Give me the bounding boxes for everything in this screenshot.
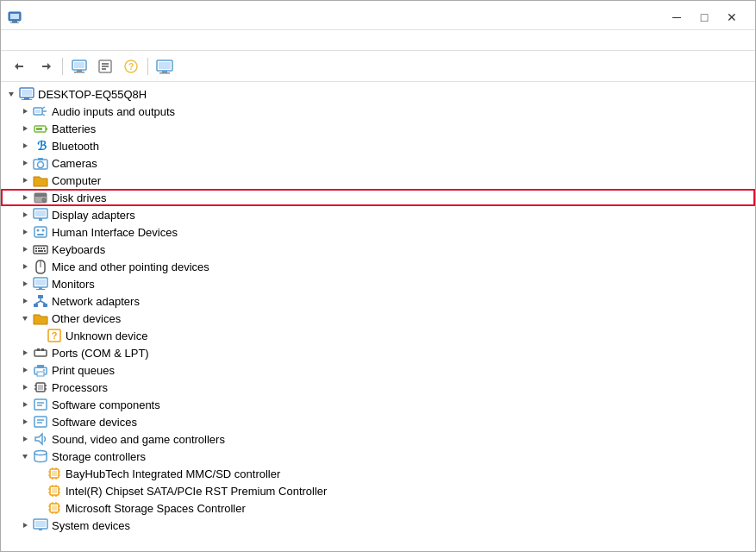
expand-icon-processors[interactable] — [18, 379, 32, 396]
tree-item-bayhub[interactable]: BayHubTech Integrated MMC/SD controller — [1, 465, 755, 482]
tree-item-softwarecomponents[interactable]: Software components — [1, 396, 755, 413]
expand-icon-bayhub[interactable] — [32, 465, 46, 482]
toolbar-computer[interactable] — [153, 55, 177, 78]
tree-item-sound[interactable]: Sound, video and game controllers — [1, 430, 755, 448]
expand-icon-root[interactable] — [4, 85, 18, 103]
close-button[interactable]: ✕ — [719, 8, 745, 27]
toolbar-help[interactable]: ? — [119, 55, 143, 78]
svg-rect-16 — [162, 71, 167, 72]
menu-action[interactable] — [25, 39, 39, 42]
toolbar-back[interactable] — [8, 55, 32, 78]
expand-icon-monitors[interactable] — [18, 275, 32, 292]
svg-marker-23 — [23, 109, 28, 114]
svg-rect-128 — [52, 505, 57, 511]
expand-icon-mice[interactable] — [18, 258, 32, 275]
tree-item-msspaces[interactable]: Microsoft Storage Spaces Controller — [1, 499, 755, 517]
expand-icon-unknowndevice[interactable] — [32, 327, 46, 344]
svg-text:?: ? — [128, 61, 134, 72]
device-tree[interactable]: DESKTOP-EQ55Q8HAudio inputs and outputsB… — [1, 82, 755, 551]
expand-icon-cameras[interactable] — [18, 154, 32, 172]
expand-icon-ports[interactable] — [18, 344, 32, 361]
expand-icon-batteries[interactable] — [18, 120, 32, 137]
expand-icon-softwarecomponents[interactable] — [18, 396, 32, 413]
expand-icon-sound[interactable] — [18, 430, 32, 448]
tree-item-otherdevices[interactable]: Other devices — [1, 310, 755, 327]
svg-rect-59 — [35, 250, 37, 252]
expand-icon-diskdrives[interactable] — [18, 189, 32, 206]
expand-icon-bluetooth[interactable] — [18, 137, 32, 154]
svg-rect-100 — [34, 417, 47, 427]
svg-rect-108 — [52, 471, 57, 476]
svg-rect-72 — [43, 304, 47, 307]
tree-item-batteries[interactable]: Batteries — [1, 120, 755, 137]
menu-file[interactable] — [8, 39, 22, 42]
expand-icon-msspaces[interactable] — [32, 499, 46, 517]
expand-icon-hid[interactable] — [18, 223, 32, 241]
svg-rect-17 — [159, 72, 170, 74]
tree-item-root[interactable]: DESKTOP-EQ55Q8H — [1, 85, 755, 103]
tree-item-cameras[interactable]: Cameras — [1, 154, 755, 172]
item-label-diskdrives: Disk drives — [52, 191, 107, 204]
expand-icon-systemdevices[interactable] — [18, 517, 32, 534]
menu-help[interactable] — [59, 39, 73, 42]
title-bar-left — [8, 10, 27, 24]
svg-rect-21 — [24, 97, 29, 99]
tree-item-diskdrives[interactable]: Disk drives — [1, 189, 755, 206]
tree-item-monitors[interactable]: Monitors — [1, 275, 755, 292]
toolbar-properties[interactable] — [93, 55, 117, 78]
svg-rect-58 — [43, 248, 45, 249]
tree-item-hid[interactable]: Human Interface Devices — [1, 223, 755, 241]
menu-view[interactable] — [42, 39, 56, 42]
expand-icon-computer[interactable] — [18, 172, 32, 189]
tree-item-printqueues[interactable]: Print queues — [1, 361, 755, 379]
item-label-intel: Intel(R) Chipset SATA/PCIe RST Premium C… — [66, 485, 327, 498]
expand-icon-displayadapters[interactable] — [18, 206, 32, 223]
svg-rect-56 — [38, 248, 40, 249]
item-icon-monitors — [32, 275, 49, 292]
tree-item-processors[interactable]: Processors — [1, 379, 755, 396]
expand-icon-printqueues[interactable] — [18, 361, 32, 379]
expand-icon-softwaredevices[interactable] — [18, 413, 32, 430]
item-icon-bayhub — [46, 465, 63, 482]
expand-icon-keyboards[interactable] — [18, 241, 32, 258]
item-icon-audio — [32, 103, 49, 120]
minimize-button[interactable]: ─ — [664, 8, 690, 27]
svg-rect-6 — [77, 70, 82, 72]
tree-item-storagecontrollers[interactable]: Storage controllers — [1, 448, 755, 465]
item-icon-processors — [32, 379, 49, 396]
tree-item-bluetooth[interactable]: ℬBluetooth — [1, 137, 755, 154]
tree-item-network[interactable]: Network adapters — [1, 292, 755, 310]
tree-item-ports[interactable]: Ports (COM & LPT) — [1, 344, 755, 361]
svg-rect-15 — [159, 62, 171, 69]
item-label-softwaredevices: Software devices — [52, 416, 137, 429]
item-label-otherdevices: Other devices — [52, 312, 121, 325]
maximize-button[interactable]: □ — [691, 8, 717, 27]
tree-item-unknowndevice[interactable]: ?Unknown device — [1, 327, 755, 344]
tree-item-intel[interactable]: Intel(R) Chipset SATA/PCIe RST Premium C… — [1, 482, 755, 499]
tree-item-softwaredevices[interactable]: Software devices — [1, 413, 755, 430]
svg-marker-40 — [23, 195, 28, 200]
expand-icon-network[interactable] — [18, 292, 32, 310]
expand-icon-storagecontrollers[interactable] — [18, 448, 32, 465]
svg-rect-20 — [22, 90, 32, 96]
svg-rect-118 — [52, 488, 57, 493]
item-label-monitors: Monitors — [52, 278, 95, 291]
tree-item-audio[interactable]: Audio inputs and outputs — [1, 103, 755, 120]
item-label-bayhub: BayHubTech Integrated MMC/SD controller — [66, 467, 280, 480]
expand-icon-intel[interactable] — [32, 482, 46, 499]
tree-item-keyboards[interactable]: Keyboards — [1, 241, 755, 258]
item-label-ports: Ports (COM & LPT) — [52, 347, 149, 360]
svg-rect-46 — [35, 210, 46, 216]
tree-item-displayadapters[interactable]: Display adapters — [1, 206, 755, 223]
tree-item-computer[interactable]: Computer — [1, 172, 755, 189]
toolbar-show-hide[interactable] — [67, 55, 91, 78]
svg-marker-88 — [23, 385, 28, 390]
expand-icon-audio[interactable] — [18, 103, 32, 120]
toolbar-forward[interactable] — [34, 55, 58, 78]
item-label-processors: Processors — [52, 381, 108, 394]
svg-rect-67 — [39, 287, 42, 289]
tree-item-mice[interactable]: Mice and other pointing devices — [1, 258, 755, 275]
item-label-msspaces: Microsoft Storage Spaces Controller — [66, 502, 246, 515]
tree-item-systemdevices[interactable]: System devices — [1, 517, 755, 534]
expand-icon-otherdevices[interactable] — [18, 310, 32, 327]
